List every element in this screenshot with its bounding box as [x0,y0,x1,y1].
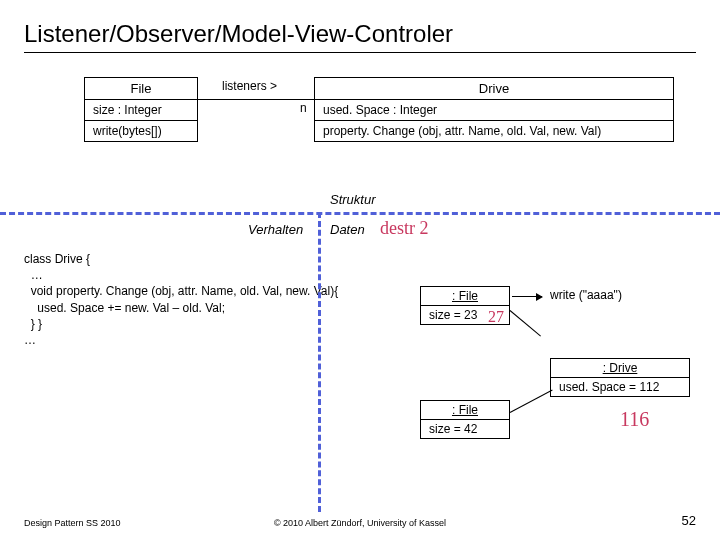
object-drive-type: : Drive [551,359,689,378]
object-file-2-val: size = 42 [421,420,509,438]
uml-diagram: File size : Integer write(bytes[]) Drive… [24,69,696,209]
object-drive-val: used. Space = 112 [551,378,689,396]
object-file-2: : File size = 42 [420,400,510,439]
class-file-attr: size : Integer [85,100,197,121]
class-drive-attr: used. Space : Integer [315,100,673,121]
call-label: write ("aaaa") [550,288,622,302]
class-drive-name: Drive [315,78,673,100]
label-verhalten: Verhalten [248,222,303,237]
class-drive-op: property. Change (obj, attr. Name, old. … [315,121,673,141]
footer-center: © 2010 Albert Zündorf, University of Kas… [0,518,720,528]
class-drive: Drive used. Space : Integer property. Ch… [314,77,674,142]
hand-27: 27 [488,308,504,326]
class-file: File size : Integer write(bytes[]) [84,77,198,142]
object-file-2-type: : File [421,401,509,420]
label-daten: Daten [330,222,365,237]
assoc-end: n [300,101,307,115]
object-file-1-type: : File [421,287,509,306]
call-arrow [512,296,542,297]
hand-destr: destr 2 [380,218,429,239]
link-2 [510,390,553,413]
class-file-op: write(bytes[]) [85,121,197,141]
object-drive: : Drive used. Space = 112 [550,358,690,397]
footer-page: 52 [682,513,696,528]
assoc-label: listeners > [222,79,277,93]
page-title: Listener/Observer/Model-View-Controler [24,20,696,48]
assoc-line [198,99,314,100]
label-struktur: Struktur [330,192,376,207]
class-file-name: File [85,78,197,100]
hand-116: 116 [620,408,649,431]
divider-h [0,212,720,215]
title-rule [24,52,696,53]
divider-v [318,212,321,512]
